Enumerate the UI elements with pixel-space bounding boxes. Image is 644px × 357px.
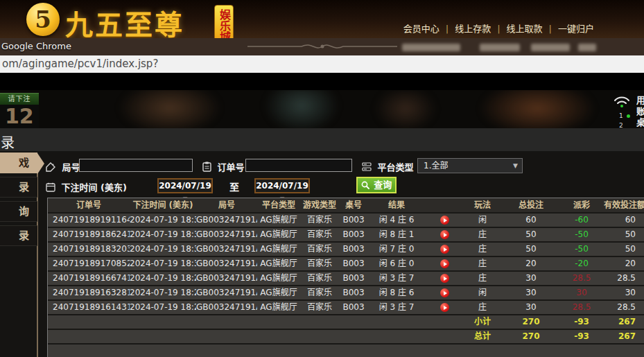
column-header: 平台类型	[257, 198, 300, 212]
cell-order-number: 240719189163281	[48, 286, 130, 299]
stream-signal	[613, 95, 634, 127]
address-bar[interactable]: om/agingame/pcv1/index.jsp?	[0, 55, 644, 73]
bet-countdown-panel: 请下注 12	[0, 93, 39, 128]
right-panel-label: 账	[636, 106, 644, 117]
cell-game-type: 百家乐	[300, 272, 339, 285]
cell-valid-bet: 60	[602, 214, 644, 227]
video-dealer-silhouette	[478, 90, 596, 128]
nav-link-2[interactable]: 线上取款	[507, 24, 543, 34]
cell-payout: -20	[561, 257, 602, 270]
online-dot-icon	[627, 114, 630, 118]
subtotal-row-total-bet: 270	[501, 315, 561, 329]
play-button[interactable]	[440, 245, 449, 254]
cell-game-type: 百家乐	[300, 286, 339, 299]
cell-round-number: GB003247191AU	[196, 214, 257, 227]
cell-bet-time: 2024-07-19 18:29:18	[130, 286, 196, 299]
window-title: Google Chrome	[1, 41, 71, 51]
top-banner: 5 九五至尊 娱乐城 会员中心|线上存款|线上取款|一键归户	[0, 0, 644, 38]
nav-separator: |	[446, 24, 449, 34]
cell-result: 闲 8 庄 1	[368, 228, 425, 241]
play-button[interactable]	[440, 230, 449, 239]
cell-round-number: GB003247191AO	[196, 272, 257, 285]
cell-valid-bet: 20	[602, 257, 644, 270]
sidebar-tab-2[interactable]: 询	[0, 201, 37, 222]
table-row: 2407191891632812024-07-19 18:29:18GB0032…	[48, 286, 644, 301]
subtotal-row-valid-bet: 267	[602, 315, 644, 329]
subtotal-row-label: 小计	[464, 315, 501, 329]
table-header-row: 订单号下注时间 (美东)局号平台类型游戏类型桌号结果玩法总投注派彩有效投注额	[48, 198, 644, 214]
play-button[interactable]	[440, 288, 449, 297]
column-header: 游戏类型	[300, 198, 339, 212]
video-monitor-glow	[263, 90, 340, 128]
cell-replay	[425, 272, 464, 285]
sidebar-tab-1[interactable]: 录	[0, 177, 37, 198]
server-list-icon	[362, 162, 372, 172]
cell-play-type: 庄	[464, 228, 501, 241]
platform-type-select[interactable]: 1.全部 ▼	[417, 158, 523, 173]
cell-order-number: 240719189183203	[48, 243, 130, 256]
order-number-input[interactable]	[245, 159, 352, 172]
cell-result: 闲 4 庄 6	[368, 214, 425, 227]
table-row: 2407191891614312024-07-19 18:28:54GB0032…	[48, 301, 644, 315]
section-title: 录	[1, 132, 15, 152]
date-to-picker[interactable]: 2024/07/19 ▼	[254, 178, 310, 193]
redacted-user-info	[531, 44, 570, 51]
play-button[interactable]	[440, 259, 449, 268]
nav-link-1[interactable]: 线上存款	[455, 24, 491, 34]
cell-result: 闲 8 庄 6	[368, 286, 425, 299]
cell-play-type: 庄	[464, 301, 501, 314]
cell-round-number: GB003247191AS	[196, 243, 257, 256]
date-from-picker[interactable]: 2024/07/19 ▼	[157, 178, 213, 193]
cell-valid-bet: 30	[602, 286, 644, 299]
cell-bet-time: 2024-07-19 18:29:55	[130, 272, 196, 285]
bet-records-table: 订单号下注时间 (美东)局号平台类型游戏类型桌号结果玩法总投注派彩有效投注额24…	[47, 198, 644, 357]
video-dealer-silhouette	[118, 90, 222, 128]
cell-table-number: B003	[339, 228, 368, 241]
cell-table-number: B003	[339, 301, 368, 314]
cell-game-type: 百家乐	[300, 228, 339, 241]
cell-game-type: 百家乐	[300, 243, 339, 256]
sidebar-tab-0[interactable]: 戏	[0, 153, 37, 173]
cell-play-type: 庄	[464, 257, 501, 270]
stream-number-1: 1	[619, 112, 623, 119]
search-button[interactable]: 查询	[356, 177, 397, 193]
cell-bet-time: 2024-07-19 18:34:37	[130, 214, 196, 227]
subtotal-row: 小计270-93267	[48, 315, 644, 330]
address-bar-url[interactable]: om/agingame/pcv1/index.jsp?	[2, 58, 158, 70]
cell-total-bet: 30	[501, 286, 561, 299]
play-button[interactable]	[440, 303, 449, 312]
chevron-down-icon: ▼	[513, 159, 518, 173]
nav-link-0[interactable]: 会员中心	[403, 24, 440, 34]
total-row-total-bet: 270	[501, 330, 561, 343]
redacted-user-info	[402, 44, 460, 51]
cell-game-type: 百家乐	[300, 257, 339, 270]
cell-platform: AG旗舰厅	[257, 243, 300, 256]
nav-link-3[interactable]: 一键归户	[558, 24, 594, 34]
brand-logo-text: 九五至尊	[65, 3, 184, 43]
cell-table-number: B003	[339, 257, 368, 270]
cell-round-number: GB003247191AN	[196, 286, 257, 299]
sidebar-divider	[37, 171, 38, 357]
clipboard-icon	[202, 162, 211, 172]
cell-result: 闲 7 庄 0	[368, 243, 425, 256]
cell-round-number: GB003247191AM	[196, 301, 257, 314]
cell-payout: -50	[561, 243, 602, 256]
play-button[interactable]	[440, 274, 449, 283]
brand-coin-icon: 5	[26, 3, 60, 36]
column-header: 桌号	[339, 198, 368, 212]
cell-result: 闲 3 庄 7	[368, 272, 425, 285]
coin-number: 5	[35, 6, 51, 33]
cell-play-type: 庄	[464, 243, 501, 256]
cell-order-number: 240719189161431	[48, 301, 130, 314]
round-number-input[interactable]	[79, 159, 193, 172]
cell-bet-time: 2024-07-19 18:30:49	[130, 257, 196, 270]
tag-icon	[46, 162, 56, 172]
play-button[interactable]	[440, 216, 449, 225]
cell-replay	[425, 214, 464, 227]
cell-result: 闲 6 庄 0	[368, 257, 425, 270]
cell-total-bet: 50	[501, 243, 561, 256]
cell-platform: AG旗舰厅	[257, 228, 300, 241]
platform-type-value: 1.全部	[424, 161, 448, 171]
cell-payout: 28.5	[561, 272, 602, 285]
sidebar-tab-3[interactable]: 录	[0, 225, 37, 246]
